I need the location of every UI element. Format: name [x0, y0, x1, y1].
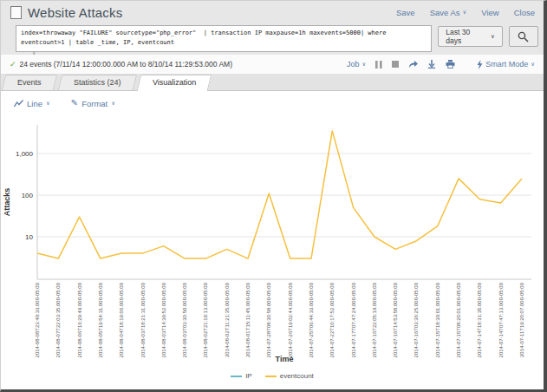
job-controls: Job∨	[347, 60, 535, 69]
x-tick-label: 2014-07-15T08:20:01.000-05:00	[456, 282, 461, 357]
legend-swatch-ip	[231, 376, 242, 377]
job-done-check-icon: ✓	[10, 60, 16, 69]
x-tick-label: 2014-07-15T18:30:01.000-05:00	[435, 282, 440, 357]
result-tabs: Events Statistics (24) Visualization	[1, 74, 544, 91]
tab-statistics[interactable]: Statistics (24)	[57, 75, 136, 90]
header-actions: Save Save As∨ View Close	[396, 8, 535, 17]
chevron-down-icon: ∨	[46, 101, 50, 107]
search-icon	[518, 31, 529, 42]
y-tick-label: 1,000	[16, 150, 34, 158]
search-mode-label: Smart Mode	[485, 60, 528, 69]
page-title: Website Attacks	[28, 5, 122, 20]
line-chart-icon	[14, 100, 23, 108]
top-bar: Website Attacks Save Save As∨ View Close…	[1, 1, 544, 55]
print-icon	[446, 60, 455, 69]
tab-events[interactable]: Events	[2, 75, 57, 90]
x-tick-label: 2014-08-07T22:03:35.000-05:00	[55, 282, 61, 357]
report-document-icon	[10, 6, 22, 19]
chevron-down-icon: ∨	[531, 62, 535, 68]
share-button[interactable]	[408, 60, 418, 69]
job-status-row: ✓ 24 events (7/11/14 12:00:00.000 AM to …	[1, 55, 544, 74]
x-tick-label: 2014-08-01T15:11:45.000-05:00	[245, 282, 251, 357]
legend-item-eventcount[interactable]: eventcount	[265, 372, 314, 380]
x-tick-label: 2014-08-03T18:21:31.000-05:00	[140, 282, 146, 357]
close-button[interactable]: Close	[514, 8, 535, 17]
save-button[interactable]: Save	[396, 8, 415, 17]
tab-visualization[interactable]: Visualization	[137, 75, 212, 91]
y-tick-label: 10	[25, 233, 33, 241]
format-button[interactable]: ✎ Format ∨	[71, 99, 115, 108]
y-axis-title: Attacks	[3, 188, 11, 217]
x-tick-label: 2014-08-06T16:29:49.000-05:00	[77, 282, 82, 357]
x-tick-label: 2014-07-16T14:53:58.000-05:00	[393, 282, 398, 357]
view-button[interactable]: View	[481, 8, 498, 17]
share-icon	[408, 60, 418, 69]
y-tick-label: 100	[22, 192, 34, 199]
x-tick-label: 2014-07-11T19:20:07.000-05:00	[519, 282, 524, 357]
job-menu-button[interactable]: Job∨	[347, 60, 366, 69]
time-range-picker[interactable]: Last 30 days ∨	[438, 26, 503, 47]
x-tick-label: 2014-08-04T18:19:06.000-05:00	[119, 282, 124, 357]
print-button[interactable]	[446, 60, 455, 69]
save-as-button[interactable]: Save As∨	[430, 8, 467, 17]
time-range-label: Last 30 days	[446, 28, 486, 45]
x-tick-label: 2014-08-02T11:21:35.000-05:00	[225, 282, 230, 357]
visualization-controls: Line ∨ ✎ Format ∨	[1, 91, 544, 115]
search-expand-chevron-icon[interactable]: ∨	[32, 49, 36, 56]
x-tick-label: 2014-08-03T14:39:52.000-05:00	[161, 282, 166, 357]
x-tick-labels: 2014-08-08T23:40:33.000-05:002014-08-07T…	[35, 282, 524, 357]
chevron-down-icon: ∨	[361, 62, 366, 68]
x-tick-label: 2014-08-08T23:40:33.000-05:00	[35, 282, 40, 357]
search-button[interactable]	[509, 26, 538, 47]
legend-label: eventcount	[280, 372, 314, 380]
x-tick-label: 2014-08-02T21:19:13.000-05:00	[203, 282, 208, 357]
pencil-icon: ✎	[71, 99, 78, 108]
search-input[interactable]: index=throwaway "FAILURE" sourcetype="ph…	[16, 25, 432, 52]
x-tick-label: 2014-07-17T07:47:24.000-05:00	[351, 282, 356, 357]
pause-icon	[375, 61, 382, 69]
legend-item-ip[interactable]: IP	[231, 372, 252, 380]
stop-button[interactable]	[392, 61, 399, 68]
x-tick-label: 2014-07-25T06:44:33.000-05:00	[309, 282, 314, 357]
search-bar: index=throwaway "FAILURE" sourcetype="ph…	[1, 24, 544, 52]
search-mode-button[interactable]: Smart Mode ∨	[477, 60, 535, 69]
x-tick-label: 2014-07-26T19:02:44.000-05:00	[288, 282, 293, 357]
chevron-down-icon: ∨	[463, 10, 467, 16]
header: Website Attacks Save Save As∨ View Close	[1, 1, 544, 24]
result-count-text: 24 events (7/11/14 12:00:00.000 AM to 8/…	[20, 60, 232, 69]
chevron-down-icon: ∨	[111, 101, 115, 107]
legend-label: IP	[245, 372, 252, 380]
x-tick-label: 2014-07-28T08:30:58.000-05:00	[266, 282, 271, 357]
x-tick-label: 2014-07-16T03:36:25.000-05:00	[414, 282, 419, 357]
export-button[interactable]	[427, 60, 436, 69]
x-tick-label: 2014-07-14T07:47:13.000-05:00	[498, 282, 504, 357]
chevron-down-icon: ∨	[491, 34, 495, 40]
download-icon	[427, 60, 436, 69]
x-tick-label: 2014-07-14T18:31:35.000-05:00	[477, 282, 482, 357]
x-tick-label: 2014-07-16T22:05:19.000-05:00	[372, 282, 377, 357]
splunk-search-window: Website Attacks Save Save As∨ View Close…	[0, 0, 547, 392]
legend-swatch-eventcount	[265, 376, 277, 377]
pause-button[interactable]	[375, 61, 382, 69]
line-chart[interactable]: 1,000 100 10 Attacks Time 2014-08-08T23:…	[1, 115, 544, 390]
chart-legend: IP eventcount	[1, 372, 544, 380]
x-tick-label: 2014-08-05T19:54:31.000-05:00	[98, 282, 103, 357]
chart-type-button[interactable]: Line ∨	[14, 99, 50, 108]
lightning-bolt-icon	[477, 60, 483, 69]
stop-icon	[392, 61, 399, 68]
x-tick-label: 2014-08-03T03:30:50.000-05:00	[182, 282, 187, 357]
chart-area: 1,000 100 10 Attacks Time 2014-08-08T23:…	[1, 115, 544, 390]
x-tick-label: 2014-07-22T10:17:52.000-05:00	[329, 282, 335, 357]
